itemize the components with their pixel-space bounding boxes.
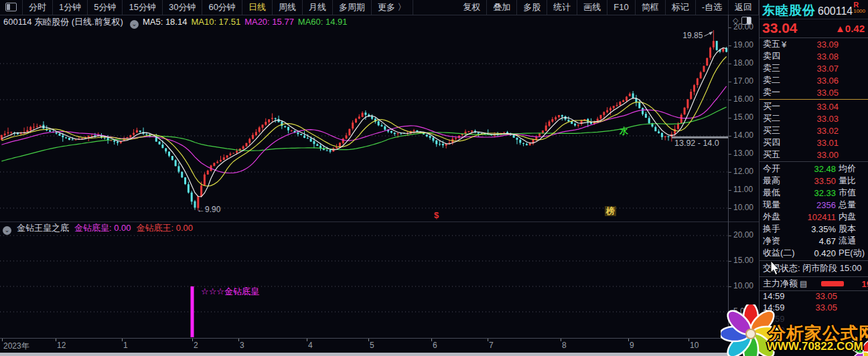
- price-change: ▲0.42: [835, 23, 865, 34]
- toolbar-period-item[interactable]: 周线: [273, 0, 303, 15]
- y-axis-label: 20.00: [733, 22, 753, 31]
- toolbar-tool-item[interactable]: F10: [607, 0, 635, 15]
- margin-badge: R: [853, 2, 865, 8]
- indicator-name: 金钻王皇之底: [17, 223, 69, 233]
- toolbar-tool-item[interactable]: 复权: [457, 0, 487, 15]
- order-level-label: 买五: [763, 149, 780, 161]
- indicator-signal-bar: [191, 286, 194, 337]
- toolbar-period-item[interactable]: 5分钟: [88, 0, 123, 15]
- tick-row: 15:00: [760, 325, 868, 337]
- x-axis-label: 3: [240, 341, 244, 350]
- info-value: 4.67: [780, 236, 836, 246]
- y-axis-tick: [729, 136, 731, 137]
- info-row: 收益(二)0.420PE(动): [760, 247, 868, 259]
- x-axis-label: 4: [308, 341, 313, 350]
- order-price: 33.09: [786, 39, 839, 50]
- bid-row[interactable]: 买三33.02: [760, 124, 868, 137]
- toolbar-tool-item[interactable]: 多股: [517, 0, 547, 15]
- info-row: 换手3.35%股本: [760, 223, 868, 235]
- y-axis-label: 11.00: [733, 185, 753, 194]
- toolbar-tool-item[interactable]: 统计: [547, 0, 577, 15]
- window-split-icon: [5, 3, 17, 11]
- order-level-label: 卖二: [763, 74, 780, 86]
- flow-bar: [821, 281, 844, 286]
- info-label: 今开: [763, 163, 780, 175]
- currency-toggle[interactable]: ¥: [782, 39, 786, 50]
- x-axis-label: 2023年: [3, 341, 29, 352]
- indicator-chart[interactable]: ☆☆☆金钻底皇: [0, 233, 728, 338]
- ma60-line: [1, 107, 726, 161]
- toolbar-period-item[interactable]: 更多 〉: [372, 0, 413, 15]
- toolbar-tool-item[interactable]: 简框: [636, 0, 666, 15]
- info-row: 净资4.67流通: [760, 235, 868, 247]
- toolbar-tool-item[interactable]: 标记: [666, 0, 696, 15]
- bid-row[interactable]: 买四33.01: [760, 137, 868, 149]
- x-axis-tick: [689, 339, 689, 341]
- x-axis-tick: [307, 339, 307, 341]
- chart-marker: $: [434, 210, 439, 220]
- toolbar-period-item[interactable]: 1分钟: [53, 0, 88, 15]
- bid-row[interactable]: 买一33.04: [760, 100, 868, 112]
- info-right-label: 流通: [839, 235, 865, 247]
- ask-row[interactable]: 卖二33.06: [760, 74, 868, 86]
- toolbar-period-item[interactable]: 15分钟: [123, 0, 162, 15]
- tick-row: 14:5933.05: [760, 291, 868, 302]
- y-axis-tick: [729, 286, 731, 287]
- tick-price: 33.05: [795, 291, 837, 302]
- y-axis-label: 15.00: [733, 112, 753, 122]
- trading-app: 分时1分钟5分钟15分钟30分钟60分钟日线周线月线多周期更多 〉 复权叠加多股…: [0, 0, 868, 356]
- stock-code: 600114: [818, 5, 853, 17]
- y-axis-label: 5.00: [733, 306, 749, 316]
- horizontal-scrollbar[interactable]: [0, 353, 730, 356]
- divider: [760, 161, 868, 162]
- tick-time: 14:59: [763, 291, 795, 302]
- info-label: 收益(二): [763, 247, 795, 259]
- info-right-label: 总量: [839, 199, 865, 211]
- info-label: 外盘: [763, 211, 780, 223]
- toolbar-tool-item[interactable]: 叠加: [487, 0, 517, 15]
- window-split-button[interactable]: [0, 0, 23, 15]
- bid-row[interactable]: 买五33.00: [760, 149, 868, 161]
- indicator-signal-label: ☆☆☆金钻底皇: [201, 286, 259, 296]
- toolbar-tool-item[interactable]: 返回: [729, 0, 759, 15]
- toolbar-tool-item[interactable]: -自选: [696, 0, 729, 15]
- bid-row[interactable]: 买二33.03: [760, 112, 868, 124]
- order-price: 33.06: [780, 76, 839, 86]
- stock-header: 东睦股份600114R1000: [760, 0, 868, 19]
- info-row: 最高33.50量比: [760, 175, 868, 187]
- y-axis-label: 10.00: [733, 281, 753, 290]
- ask-row[interactable]: 卖五¥33.09: [760, 38, 868, 50]
- main-candlestick-chart[interactable]: ←9.9019.8513.92 - 14.0$榜水: [0, 15, 728, 222]
- toolbar-period-item[interactable]: 60分钟: [202, 0, 242, 15]
- y-axis-label: 17.00: [733, 76, 753, 86]
- ask-row[interactable]: 卖一33.05: [760, 86, 868, 98]
- toolbar-period-item[interactable]: 月线: [303, 0, 333, 15]
- toolbar-tool-item[interactable]: 画线: [577, 0, 607, 15]
- x-axis-label: 7: [489, 341, 494, 350]
- price-row: 33.04 ▲0.42: [760, 19, 868, 38]
- info-right-label: 市值: [839, 187, 865, 199]
- info-right-label: PE(动): [839, 247, 865, 259]
- info-value: 102411: [780, 212, 836, 222]
- info-value: 2356: [780, 200, 836, 210]
- toolbar-period-item[interactable]: 分时: [23, 0, 53, 15]
- info-value: 32.48: [780, 164, 836, 174]
- order-level-label: 卖四: [763, 50, 780, 62]
- x-axis-tick: [56, 339, 56, 341]
- toolbar-period-item[interactable]: 多周期: [333, 0, 372, 15]
- order-level-label: 买四: [763, 137, 780, 149]
- bid-ask-divider: [760, 99, 868, 100]
- toolbar-period-item[interactable]: 30分钟: [163, 0, 202, 15]
- toolbar-period-item[interactable]: 日线: [242, 0, 273, 15]
- main-flow-label: 主力净额: [763, 278, 798, 290]
- chart-marker: 水: [619, 126, 629, 136]
- order-price: 33.02: [780, 126, 839, 136]
- y-axis-label: 12.00: [733, 167, 753, 176]
- x-axis-label: 8: [562, 341, 567, 350]
- order-price: 33.05: [780, 88, 839, 98]
- ask-row[interactable]: 卖三33.07: [760, 62, 868, 74]
- list-icon[interactable]: ▤: [800, 279, 807, 288]
- y-axis-label: 18.00: [733, 58, 753, 68]
- last-price: 33.04: [762, 20, 798, 36]
- ask-row[interactable]: 卖四33.08: [760, 50, 868, 62]
